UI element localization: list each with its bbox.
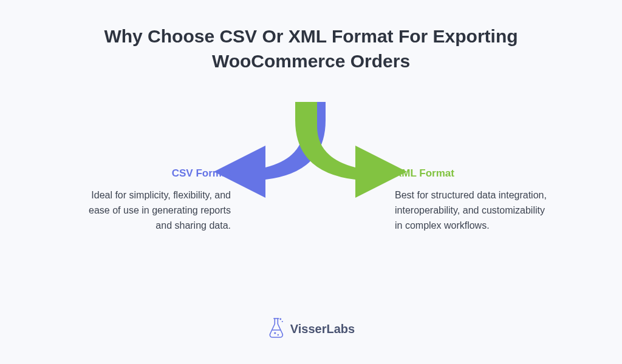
svg-point-0	[279, 318, 281, 320]
svg-point-1	[282, 321, 283, 322]
svg-point-3	[278, 334, 279, 335]
csv-panel: CSV Format Ideal for simplicity, flexibi…	[73, 167, 231, 233]
flask-icon	[267, 317, 285, 341]
brand-footer: VisserLabs	[267, 317, 355, 341]
xml-panel: XML Format Best for structured data inte…	[395, 167, 553, 233]
brand-name: VisserLabs	[290, 322, 355, 336]
page-title: Why Choose CSV Or XML Format For Exporti…	[0, 0, 622, 73]
xml-heading: XML Format	[395, 167, 553, 180]
xml-description: Best for structured data integration, in…	[395, 188, 553, 233]
csv-description: Ideal for simplicity, flexibility, and e…	[73, 188, 231, 233]
svg-point-2	[274, 332, 276, 334]
csv-heading: CSV Format	[73, 167, 231, 180]
